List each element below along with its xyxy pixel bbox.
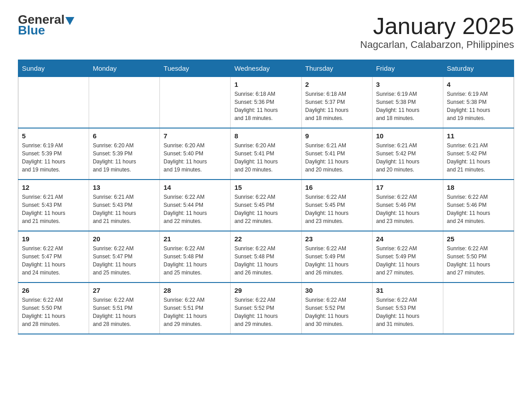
day-number: 14 [163, 184, 227, 191]
day-number: 13 [93, 184, 156, 191]
day-number: 21 [163, 235, 227, 243]
day-number: 30 [305, 287, 369, 294]
day-number: 27 [93, 287, 156, 294]
week-row-3: 12Sunrise: 6:21 AM Sunset: 5:43 PM Dayli… [18, 180, 514, 231]
day-number: 9 [305, 132, 369, 140]
header-day-tuesday: Tuesday [160, 60, 231, 77]
day-number: 23 [305, 235, 369, 243]
calendar-cell: 31Sunrise: 6:22 AM Sunset: 5:53 PM Dayli… [372, 283, 443, 334]
day-number: 8 [234, 132, 297, 140]
day-number: 24 [376, 235, 439, 243]
day-info: Sunrise: 6:22 AM Sunset: 5:52 PM Dayligh… [234, 296, 297, 328]
day-info: Sunrise: 6:22 AM Sunset: 5:44 PM Dayligh… [163, 193, 227, 225]
day-number: 16 [305, 184, 369, 191]
calendar-cell: 2Sunrise: 6:18 AM Sunset: 5:37 PM Daylig… [301, 77, 372, 128]
week-row-1: 1Sunrise: 6:18 AM Sunset: 5:36 PM Daylig… [18, 77, 514, 128]
day-info: Sunrise: 6:21 AM Sunset: 5:43 PM Dayligh… [22, 193, 85, 225]
day-info: Sunrise: 6:21 AM Sunset: 5:41 PM Dayligh… [305, 141, 369, 174]
day-info: Sunrise: 6:22 AM Sunset: 5:46 PM Dayligh… [376, 193, 439, 225]
calendar-title: January 2025 [360, 13, 514, 39]
page-header: General Blue January 2025 Nagcarlan, Cal… [18, 13, 514, 51]
header-day-monday: Monday [89, 60, 160, 77]
day-info: Sunrise: 6:22 AM Sunset: 5:47 PM Dayligh… [22, 244, 85, 277]
week-row-5: 26Sunrise: 6:22 AM Sunset: 5:50 PM Dayli… [18, 283, 514, 334]
calendar-cell: 28Sunrise: 6:22 AM Sunset: 5:51 PM Dayli… [160, 283, 231, 334]
header-day-saturday: Saturday [443, 60, 514, 77]
week-row-4: 19Sunrise: 6:22 AM Sunset: 5:47 PM Dayli… [18, 231, 514, 283]
calendar-cell: 12Sunrise: 6:21 AM Sunset: 5:43 PM Dayli… [18, 180, 89, 231]
day-info: Sunrise: 6:19 AM Sunset: 5:38 PM Dayligh… [447, 90, 510, 122]
calendar-cell: 4Sunrise: 6:19 AM Sunset: 5:38 PM Daylig… [443, 77, 514, 128]
day-info: Sunrise: 6:22 AM Sunset: 5:50 PM Dayligh… [447, 244, 510, 277]
day-info: Sunrise: 6:22 AM Sunset: 5:48 PM Dayligh… [234, 244, 297, 277]
day-info: Sunrise: 6:19 AM Sunset: 5:39 PM Dayligh… [22, 141, 85, 174]
day-number: 10 [376, 132, 439, 140]
day-number: 29 [234, 287, 297, 294]
logo-triangle-icon [65, 17, 74, 25]
day-info: Sunrise: 6:22 AM Sunset: 5:53 PM Dayligh… [376, 296, 439, 328]
day-number: 18 [447, 184, 510, 191]
day-number: 6 [93, 132, 156, 140]
logo: General Blue [18, 13, 74, 37]
day-info: Sunrise: 6:21 AM Sunset: 5:42 PM Dayligh… [447, 141, 510, 174]
calendar-cell: 29Sunrise: 6:22 AM Sunset: 5:52 PM Dayli… [231, 283, 301, 334]
calendar-cell: 1Sunrise: 6:18 AM Sunset: 5:36 PM Daylig… [231, 77, 301, 128]
header-day-wednesday: Wednesday [231, 60, 301, 77]
calendar-cell: 24Sunrise: 6:22 AM Sunset: 5:49 PM Dayli… [372, 231, 443, 283]
calendar-cell: 26Sunrise: 6:22 AM Sunset: 5:50 PM Dayli… [18, 283, 89, 334]
calendar-subtitle: Nagcarlan, Calabarzon, Philippines [360, 39, 514, 51]
header-day-friday: Friday [372, 60, 443, 77]
calendar-cell: 20Sunrise: 6:22 AM Sunset: 5:47 PM Dayli… [89, 231, 160, 283]
day-info: Sunrise: 6:22 AM Sunset: 5:48 PM Dayligh… [163, 244, 227, 277]
day-info: Sunrise: 6:21 AM Sunset: 5:42 PM Dayligh… [376, 141, 439, 174]
calendar-table: SundayMondayTuesdayWednesdayThursdayFrid… [18, 60, 514, 334]
calendar-cell: 17Sunrise: 6:22 AM Sunset: 5:46 PM Dayli… [372, 180, 443, 231]
day-number: 5 [22, 132, 85, 140]
day-number: 17 [376, 184, 439, 191]
day-number: 19 [22, 235, 85, 243]
calendar-cell [18, 77, 89, 128]
day-number: 11 [447, 132, 510, 140]
calendar-cell: 3Sunrise: 6:19 AM Sunset: 5:38 PM Daylig… [372, 77, 443, 128]
day-number: 4 [447, 81, 510, 88]
day-info: Sunrise: 6:20 AM Sunset: 5:41 PM Dayligh… [234, 141, 297, 174]
day-info: Sunrise: 6:21 AM Sunset: 5:43 PM Dayligh… [93, 193, 156, 225]
day-info: Sunrise: 6:22 AM Sunset: 5:50 PM Dayligh… [22, 296, 85, 328]
calendar-cell [160, 77, 231, 128]
calendar-cell: 9Sunrise: 6:21 AM Sunset: 5:41 PM Daylig… [301, 128, 372, 180]
calendar-cell: 16Sunrise: 6:22 AM Sunset: 5:45 PM Dayli… [301, 180, 372, 231]
calendar-cell: 5Sunrise: 6:19 AM Sunset: 5:39 PM Daylig… [18, 128, 89, 180]
day-number: 7 [163, 132, 227, 140]
day-info: Sunrise: 6:22 AM Sunset: 5:45 PM Dayligh… [234, 193, 297, 225]
day-info: Sunrise: 6:22 AM Sunset: 5:45 PM Dayligh… [305, 193, 369, 225]
calendar-cell: 27Sunrise: 6:22 AM Sunset: 5:51 PM Dayli… [89, 283, 160, 334]
calendar-header-row: SundayMondayTuesdayWednesdayThursdayFrid… [18, 60, 514, 77]
calendar-cell: 18Sunrise: 6:22 AM Sunset: 5:46 PM Dayli… [443, 180, 514, 231]
calendar-cell: 23Sunrise: 6:22 AM Sunset: 5:49 PM Dayli… [301, 231, 372, 283]
day-info: Sunrise: 6:22 AM Sunset: 5:49 PM Dayligh… [305, 244, 369, 277]
calendar-cell [443, 283, 514, 334]
calendar-cell: 13Sunrise: 6:21 AM Sunset: 5:43 PM Dayli… [89, 180, 160, 231]
calendar-cell: 11Sunrise: 6:21 AM Sunset: 5:42 PM Dayli… [443, 128, 514, 180]
day-number: 15 [234, 184, 297, 191]
day-info: Sunrise: 6:22 AM Sunset: 5:47 PM Dayligh… [93, 244, 156, 277]
day-info: Sunrise: 6:20 AM Sunset: 5:40 PM Dayligh… [163, 141, 227, 174]
day-info: Sunrise: 6:19 AM Sunset: 5:38 PM Dayligh… [376, 90, 439, 122]
calendar-cell: 7Sunrise: 6:20 AM Sunset: 5:40 PM Daylig… [160, 128, 231, 180]
day-number: 31 [376, 287, 439, 294]
day-info: Sunrise: 6:18 AM Sunset: 5:37 PM Dayligh… [305, 90, 369, 122]
day-number: 3 [376, 81, 439, 88]
day-info: Sunrise: 6:20 AM Sunset: 5:39 PM Dayligh… [93, 141, 156, 174]
title-block: January 2025 Nagcarlan, Calabarzon, Phil… [360, 13, 514, 51]
calendar-cell: 14Sunrise: 6:22 AM Sunset: 5:44 PM Dayli… [160, 180, 231, 231]
day-info: Sunrise: 6:22 AM Sunset: 5:46 PM Dayligh… [447, 193, 510, 225]
calendar-cell: 30Sunrise: 6:22 AM Sunset: 5:52 PM Dayli… [301, 283, 372, 334]
header-day-thursday: Thursday [301, 60, 372, 77]
day-number: 26 [22, 287, 85, 294]
header-day-sunday: Sunday [18, 60, 89, 77]
day-number: 12 [22, 184, 85, 191]
calendar-cell: 15Sunrise: 6:22 AM Sunset: 5:45 PM Dayli… [231, 180, 301, 231]
day-number: 1 [234, 81, 297, 88]
calendar-cell: 22Sunrise: 6:22 AM Sunset: 5:48 PM Dayli… [231, 231, 301, 283]
calendar-cell [89, 77, 160, 128]
